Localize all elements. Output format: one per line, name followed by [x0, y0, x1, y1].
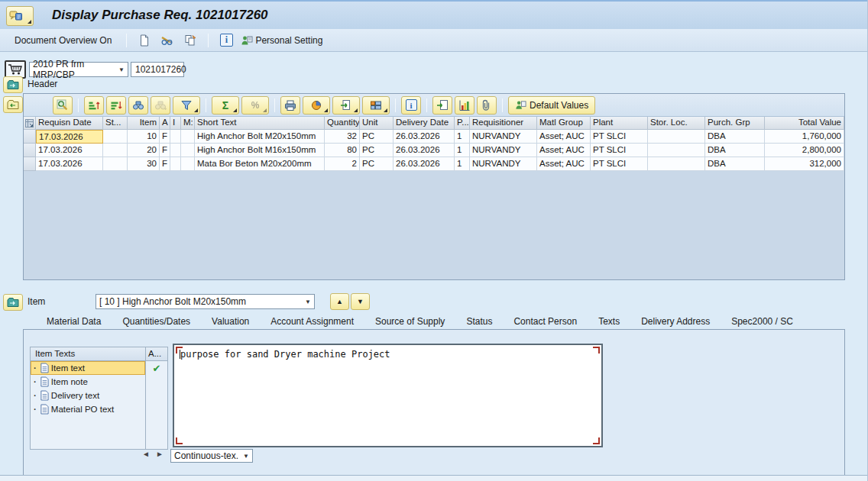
table-cell[interactable]: DBA [705, 157, 765, 171]
table-cell[interactable]: F [160, 157, 170, 171]
table-cell[interactable]: 30 [128, 157, 160, 171]
table-cell[interactable]: 1 [455, 130, 470, 144]
text-type-material-po-text[interactable]: Material PO text [31, 402, 167, 416]
total-button[interactable]: Σ [212, 96, 239, 115]
pr-type-select[interactable]: 2010 PR frm MRP/CBP ▼ [29, 62, 128, 77]
table-cell[interactable] [648, 144, 705, 157]
tab-account-assignment[interactable]: Account Assignment [257, 314, 367, 329]
tab-spec2000-sc[interactable]: Spec2000 / SC [718, 314, 806, 329]
collapse-item-button[interactable] [3, 294, 23, 311]
column-header-short-text[interactable]: Short Text [195, 117, 325, 130]
set-filter-button[interactable] [173, 96, 200, 115]
details-button[interactable] [53, 96, 73, 115]
table-cell[interactable]: 17.03.2026 [36, 130, 103, 144]
previous-item-button[interactable]: ▲ [330, 293, 349, 310]
table-cell[interactable]: 20 [128, 144, 160, 157]
table-cell[interactable]: NURVANDY [470, 144, 537, 157]
column-header-plant[interactable]: Plant [591, 117, 648, 130]
column-header-purch-grp[interactable]: Purch. Grp [705, 117, 765, 130]
tab-texts[interactable]: Texts [585, 314, 633, 329]
tab-delivery-address[interactable]: Delivery Address [628, 314, 723, 329]
personal-setting-button[interactable]: Personal Setting [241, 34, 322, 47]
table-cell[interactable] [648, 157, 705, 171]
column-header-p[interactable]: P... [455, 117, 470, 130]
grid-information-button[interactable]: i [401, 96, 421, 115]
table-cell[interactable]: 26.03.2026 [394, 144, 455, 157]
table-cell[interactable]: PC [360, 157, 394, 171]
column-header-item[interactable]: Item [128, 117, 160, 130]
display-change-button[interactable] [159, 32, 176, 49]
tab-source-of-supply[interactable]: Source of Supply [362, 314, 458, 329]
table-cell[interactable] [170, 157, 181, 171]
row-selector[interactable] [24, 130, 36, 144]
column-header-unit[interactable]: Unit [360, 117, 394, 130]
scroll-left-button[interactable]: ◄ [142, 450, 150, 458]
copy-button[interactable] [182, 32, 199, 49]
table-cell[interactable]: PC [360, 130, 394, 144]
table-cell[interactable]: F [160, 130, 170, 144]
table-cell[interactable] [648, 130, 705, 144]
column-header-total-value[interactable]: Total Value [765, 117, 844, 130]
table-cell[interactable] [170, 130, 181, 144]
table-cell[interactable]: PT SLCI [591, 144, 648, 157]
table-cell[interactable]: Asset; AUC [537, 130, 591, 144]
layout-button[interactable] [362, 96, 390, 115]
text-type-delivery-text[interactable]: Delivery text [31, 389, 167, 402]
sort-descending-button[interactable] [106, 96, 126, 115]
table-cell[interactable]: PT SLCI [591, 130, 648, 144]
row-selector[interactable] [24, 144, 36, 157]
default-values-button[interactable]: Default Values [508, 96, 595, 115]
tab-quantities-dates[interactable]: Quantities/Dates [109, 314, 203, 329]
table-cell[interactable]: 32 [325, 130, 360, 144]
table-cell[interactable]: 1 [455, 144, 470, 157]
table-cell[interactable]: High Anchor Bolt M20x150mm [195, 130, 325, 144]
row-selector[interactable] [24, 157, 36, 171]
table-cell[interactable]: 80 [325, 144, 360, 157]
export-button[interactable] [332, 96, 360, 115]
graphic-button[interactable] [455, 96, 474, 115]
pr-number-field[interactable]: 1021017260 [131, 62, 184, 77]
table-cell[interactable] [181, 157, 195, 171]
collapse-grid-button[interactable] [3, 96, 23, 113]
table-cell[interactable]: NURVANDY [470, 130, 537, 144]
find-next-button[interactable] [151, 96, 170, 115]
tab-material-data[interactable]: Material Data [34, 314, 114, 329]
table-cell[interactable]: 1 [455, 157, 470, 171]
table-cell[interactable]: 26.03.2026 [394, 157, 455, 171]
table-cell[interactable]: PT SLCI [591, 157, 648, 171]
table-cell[interactable]: 2,800,000 [765, 144, 844, 157]
tab-valuation[interactable]: Valuation [199, 314, 262, 329]
table-cell[interactable]: 1,760,000 [765, 130, 844, 144]
table-cell[interactable] [103, 130, 128, 144]
text-type-item-text[interactable]: Item text✔ [31, 361, 167, 375]
column-header-st[interactable]: St... [103, 117, 128, 130]
table-cell[interactable]: High Anchor Bolt M16x150mm [195, 144, 325, 157]
table-cell[interactable]: F [160, 144, 170, 157]
item-select[interactable]: [ 10 ] High Anchor Bolt M20x150mm ▼ [96, 294, 315, 309]
table-cell[interactable]: PC [360, 144, 394, 157]
column-header-quantity[interactable]: Quantity [325, 117, 360, 130]
column-header-a[interactable]: A [160, 117, 170, 130]
collapse-header-button[interactable] [3, 76, 23, 93]
attachment-button[interactable] [477, 96, 497, 115]
column-header-matl-group[interactable]: Matl Group [537, 117, 591, 130]
table-cell[interactable] [103, 144, 128, 157]
print-button[interactable] [280, 96, 300, 115]
master-data-button[interactable] [432, 96, 452, 115]
next-item-button[interactable]: ▼ [351, 293, 370, 310]
text-type-item-note[interactable]: Item note [31, 375, 167, 389]
table-cell[interactable]: 312,000 [765, 157, 844, 171]
table-cell[interactable] [181, 130, 195, 144]
column-header-delivery-date[interactable]: Delivery Date [394, 117, 455, 130]
column-header-m[interactable]: M: [181, 117, 195, 130]
document-overview-button[interactable]: Document Overview On [9, 32, 117, 49]
table-cell[interactable]: Asset; AUC [537, 144, 591, 157]
sort-ascending-button[interactable] [84, 96, 104, 115]
views-button[interactable] [303, 96, 330, 115]
tab-status[interactable]: Status [453, 314, 505, 329]
table-cell[interactable]: 17.03.2026 [36, 144, 103, 157]
table-cell[interactable]: 17.03.2026 [36, 157, 103, 171]
table-cell[interactable]: Asset; AUC [537, 157, 591, 171]
select-all-corner[interactable] [24, 117, 36, 130]
column-header-requisn-date[interactable]: Requisn Date [36, 117, 103, 130]
